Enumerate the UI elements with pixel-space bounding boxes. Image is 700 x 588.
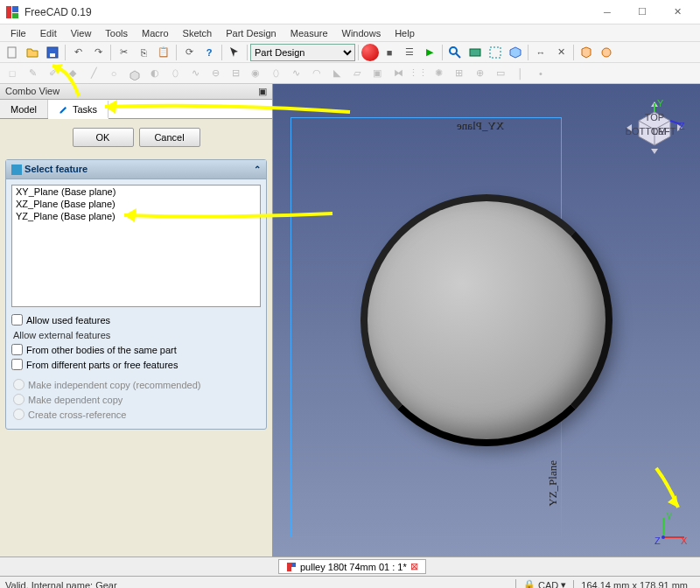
3d-viewport[interactable]: XY_Plane YZ_Plane TOP LEFT BOTTOM Y (273, 84, 700, 556)
undo-icon[interactable]: ↶ (68, 43, 88, 62)
cancel-button[interactable]: Cancel (139, 128, 200, 147)
list-item[interactable]: YZ_Plane (Base plane) (12, 210, 260, 222)
datum-line-icon[interactable]: │ (511, 64, 530, 83)
draw-style-icon[interactable] (466, 43, 485, 62)
refresh-icon[interactable]: ⟳ (179, 43, 199, 62)
ext-diff-part-checkbox[interactable] (11, 359, 23, 370)
new-file-icon[interactable] (3, 43, 22, 62)
polar-pattern-icon[interactable]: ✺ (429, 64, 448, 83)
menu-sketch[interactable]: Sketch (176, 26, 220, 40)
part-sphere-icon[interactable] (597, 43, 616, 62)
open-file-icon[interactable] (23, 43, 42, 62)
menu-help[interactable]: Help (388, 26, 422, 40)
svg-rect-25 (287, 563, 291, 571)
nav-mode-lock-icon[interactable]: 🔒 (523, 579, 536, 588)
chamfer-icon[interactable]: ◣ (327, 64, 346, 83)
body-icon[interactable]: □ (3, 64, 22, 83)
close-tab-icon[interactable]: ⊠ (410, 561, 418, 572)
allow-used-checkbox[interactable] (11, 314, 23, 326)
menu-file[interactable]: File (4, 26, 33, 40)
zoom-fit-icon[interactable] (445, 43, 465, 62)
macro-record-icon[interactable] (361, 44, 379, 61)
document-tab[interactable]: pulley 180t 74mm 01 : 1* ⊠ (278, 559, 426, 574)
ok-button[interactable]: OK (73, 128, 134, 147)
toolbar-main: ↶ ↷ ✂ ⎘ 📋 ⟳ ? Part Design ■ ☰ ▶ ↔ ✕ (0, 42, 700, 63)
window-title: FreeCAD 0.19 (24, 6, 590, 18)
combo-float-icon[interactable]: ▣ (258, 86, 267, 97)
sweep-icon[interactable]: ∿ (186, 64, 205, 83)
sub-sweep-icon[interactable]: ∿ (286, 64, 305, 83)
redo-icon[interactable]: ↷ (88, 43, 108, 62)
svg-rect-8 (470, 49, 480, 56)
cut-icon[interactable]: ✂ (114, 43, 133, 62)
measure-clear-icon[interactable]: ✕ (551, 43, 570, 62)
bounding-box-icon[interactable] (486, 43, 505, 62)
multi-transform-icon[interactable]: ⊞ (449, 64, 468, 83)
workbench-selector[interactable]: Part Design (250, 44, 355, 61)
maximize-button[interactable]: ☐ (625, 1, 660, 24)
whatsthis-icon[interactable]: ? (200, 43, 219, 62)
hole-icon[interactable]: ◉ (246, 64, 265, 83)
loft-icon[interactable]: ⬯ (165, 64, 185, 83)
pad-icon[interactable] (125, 64, 144, 83)
measure-dist-icon[interactable]: ↔ (531, 43, 550, 62)
tab-model[interactable]: Model (0, 100, 48, 118)
macro-play-icon[interactable]: ▶ (420, 43, 439, 62)
menu-view[interactable]: View (64, 26, 99, 40)
macro-list-icon[interactable]: ☰ (400, 43, 419, 62)
paste-icon[interactable]: 📋 (154, 43, 173, 62)
menu-tools[interactable]: Tools (98, 26, 135, 40)
dropdown-icon[interactable]: ▾ (561, 579, 566, 588)
tab-tasks[interactable]: Tasks (48, 101, 108, 119)
fillet-icon[interactable]: ◠ (307, 64, 326, 83)
datum-plane-icon[interactable]: ▭ (491, 64, 510, 83)
thickness-icon[interactable]: ▣ (368, 64, 387, 83)
linear-pattern-icon[interactable]: ⋮⋮ (409, 64, 428, 83)
macro-stop-icon[interactable]: ■ (380, 43, 399, 62)
minimize-button[interactable]: ─ (590, 1, 625, 24)
feature-listbox[interactable]: XY_Plane (Base plane) XZ_Plane (Base pla… (11, 185, 261, 307)
datum-point-icon[interactable]: • (531, 64, 550, 83)
edit-sketch-icon[interactable]: ✐ (43, 64, 62, 83)
groove-icon[interactable]: ⊖ (206, 64, 225, 83)
circle-icon[interactable]: ○ (104, 64, 123, 83)
radio-crossref (13, 409, 24, 420)
radio-crossref-label: Create cross-reference (28, 410, 127, 420)
svg-rect-2 (12, 13, 18, 18)
save-icon[interactable] (43, 43, 62, 62)
svg-rect-1 (12, 6, 18, 12)
menu-partdesign[interactable]: Part Design (219, 26, 283, 40)
ext-same-part-checkbox[interactable] (11, 344, 23, 355)
nav-mode-label[interactable]: CAD (538, 580, 558, 589)
sub-loft-icon[interactable]: ⬯ (266, 64, 285, 83)
list-item[interactable]: XZ_Plane (Base plane) (12, 198, 260, 210)
svg-rect-9 (490, 47, 500, 58)
close-button[interactable]: ✕ (660, 1, 695, 24)
pulley-model[interactable] (364, 198, 609, 443)
pencil-icon (59, 104, 69, 115)
menu-macro[interactable]: Macro (135, 26, 176, 40)
cursor-icon[interactable] (225, 43, 244, 62)
pocket-icon[interactable]: ⊟ (226, 64, 245, 83)
menu-windows[interactable]: Windows (335, 26, 388, 40)
radio-dependent (13, 394, 24, 405)
yz-plane-label: YZ_Plane (546, 460, 560, 507)
menu-edit[interactable]: Edit (33, 26, 64, 40)
draft-icon[interactable]: ▱ (347, 64, 367, 83)
copy-icon[interactable]: ⎘ (134, 43, 153, 62)
menu-measure[interactable]: Measure (284, 26, 335, 40)
navigation-cube[interactable]: TOP LEFT BOTTOM Y Z (620, 94, 690, 164)
sketch-icon[interactable]: ✎ (23, 64, 42, 83)
app-logo-icon (5, 5, 19, 19)
mirror-icon[interactable]: ⧓ (388, 64, 408, 83)
boolean-icon[interactable]: ⊕ (470, 64, 489, 83)
list-item[interactable]: XY_Plane (Base plane) (12, 186, 260, 198)
part-cube-icon[interactable] (577, 43, 596, 62)
map-sketch-icon[interactable]: ◆ (63, 64, 82, 83)
svg-line-7 (456, 53, 460, 58)
collapse-icon[interactable]: ⌃ (254, 164, 261, 174)
line-icon[interactable]: ╱ (84, 64, 103, 83)
revolution-icon[interactable]: ◐ (145, 64, 164, 83)
view-iso-icon[interactable] (506, 43, 525, 62)
toolbar-partdesign: □ ✎ ✐ ◆ ╱ ○ ◐ ⬯ ∿ ⊖ ⊟ ◉ ⬯ ∿ ◠ ◣ ▱ ▣ ⧓ ⋮⋮… (0, 63, 700, 84)
